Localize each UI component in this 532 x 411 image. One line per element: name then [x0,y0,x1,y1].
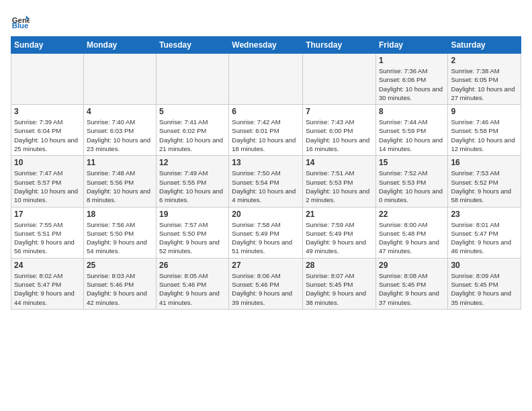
calendar-cell [229,54,303,105]
day-number: 22 [379,210,445,219]
day-number: 7 [306,107,373,116]
day-info: Sunrise: 8:01 AM Sunset: 5:47 PM Dayligh… [451,220,518,256]
day-number: 28 [306,261,373,270]
day-info: Sunrise: 8:07 AM Sunset: 5:45 PM Dayligh… [306,271,373,307]
calendar-cell: 4Sunrise: 7:40 AM Sunset: 6:03 PM Daylig… [83,105,156,156]
day-info: Sunrise: 7:57 AM Sunset: 5:50 PM Dayligh… [159,220,226,256]
calendar-cell: 10Sunrise: 7:47 AM Sunset: 5:57 PM Dayli… [11,156,84,207]
header-wednesday: Wednesday [229,37,303,54]
day-number: 1 [379,56,445,65]
calendar-cell: 17Sunrise: 7:55 AM Sunset: 5:51 PM Dayli… [11,207,84,258]
header-friday: Friday [375,37,447,54]
calendar-cell: 30Sunrise: 8:09 AM Sunset: 5:45 PM Dayli… [448,258,521,309]
day-number: 21 [306,210,373,219]
calendar-week-5: 24Sunrise: 8:02 AM Sunset: 5:47 PM Dayli… [11,258,521,309]
day-number: 4 [87,107,153,116]
calendar-cell: 18Sunrise: 7:56 AM Sunset: 5:50 PM Dayli… [83,207,156,258]
day-info: Sunrise: 8:02 AM Sunset: 5:47 PM Dayligh… [14,271,81,307]
calendar-table: Sunday Monday Tuesday Wednesday Thursday… [11,36,521,310]
calendar-cell: 22Sunrise: 8:00 AM Sunset: 5:48 PM Dayli… [375,207,447,258]
calendar-week-2: 3Sunrise: 7:39 AM Sunset: 6:04 PM Daylig… [11,105,521,156]
day-number: 24 [14,261,81,270]
day-number: 14 [306,158,373,167]
day-number: 20 [232,210,300,219]
calendar-cell: 19Sunrise: 7:57 AM Sunset: 5:50 PM Dayli… [157,207,229,258]
day-number: 30 [451,261,518,270]
svg-text:Blue: Blue [12,21,29,30]
day-info: Sunrise: 7:59 AM Sunset: 5:49 PM Dayligh… [306,220,373,256]
day-number: 11 [87,158,153,167]
calendar-cell: 6Sunrise: 7:42 AM Sunset: 6:01 PM Daylig… [229,105,303,156]
calendar-cell: 16Sunrise: 7:53 AM Sunset: 5:52 PM Dayli… [448,156,521,207]
day-number: 6 [232,107,300,116]
day-info: Sunrise: 8:03 AM Sunset: 5:46 PM Dayligh… [87,271,153,307]
calendar-cell: 28Sunrise: 8:07 AM Sunset: 5:45 PM Dayli… [303,258,376,309]
day-number: 10 [14,158,81,167]
day-number: 18 [87,210,153,219]
day-info: Sunrise: 7:36 AM Sunset: 6:06 PM Dayligh… [379,66,445,102]
day-info: Sunrise: 7:41 AM Sunset: 6:02 PM Dayligh… [159,118,226,153]
day-info: Sunrise: 7:46 AM Sunset: 5:58 PM Dayligh… [451,118,518,153]
day-info: Sunrise: 7:40 AM Sunset: 6:03 PM Dayligh… [87,118,153,153]
day-info: Sunrise: 7:52 AM Sunset: 5:53 PM Dayligh… [379,169,445,204]
day-info: Sunrise: 7:56 AM Sunset: 5:50 PM Dayligh… [87,220,153,256]
calendar-cell: 29Sunrise: 8:08 AM Sunset: 5:45 PM Dayli… [375,258,447,309]
day-info: Sunrise: 8:08 AM Sunset: 5:45 PM Dayligh… [379,271,445,307]
calendar-cell: 15Sunrise: 7:52 AM Sunset: 5:53 PM Dayli… [375,156,447,207]
day-number: 13 [232,158,300,167]
header-saturday: Saturday [448,37,521,54]
day-info: Sunrise: 7:49 AM Sunset: 5:55 PM Dayligh… [159,169,226,204]
day-info: Sunrise: 8:00 AM Sunset: 5:48 PM Dayligh… [379,220,445,256]
logo-icon: General Blue [11,11,30,30]
calendar-cell: 26Sunrise: 8:05 AM Sunset: 5:46 PM Dayli… [157,258,229,309]
day-number: 9 [451,107,518,116]
calendar-cell: 20Sunrise: 7:58 AM Sunset: 5:49 PM Dayli… [229,207,303,258]
day-number: 25 [87,261,153,270]
calendar-cell: 27Sunrise: 8:06 AM Sunset: 5:46 PM Dayli… [229,258,303,309]
calendar-header-row: Sunday Monday Tuesday Wednesday Thursday… [11,37,521,54]
day-info: Sunrise: 7:42 AM Sunset: 6:01 PM Dayligh… [232,118,300,153]
header-sunday: Sunday [11,37,84,54]
day-info: Sunrise: 7:58 AM Sunset: 5:49 PM Dayligh… [232,220,300,256]
day-number: 17 [14,210,81,219]
day-info: Sunrise: 7:47 AM Sunset: 5:57 PM Dayligh… [14,169,81,204]
day-info: Sunrise: 8:06 AM Sunset: 5:46 PM Dayligh… [232,271,300,307]
calendar-cell: 8Sunrise: 7:44 AM Sunset: 5:59 PM Daylig… [375,105,447,156]
calendar-cell: 7Sunrise: 7:43 AM Sunset: 6:00 PM Daylig… [303,105,376,156]
calendar-week-1: 1Sunrise: 7:36 AM Sunset: 6:06 PM Daylig… [11,54,521,105]
day-number: 8 [379,107,445,116]
page-header: General Blue [11,11,521,30]
calendar-cell: 24Sunrise: 8:02 AM Sunset: 5:47 PM Dayli… [11,258,84,309]
calendar-cell: 12Sunrise: 7:49 AM Sunset: 5:55 PM Dayli… [157,156,229,207]
day-number: 23 [451,210,518,219]
day-info: Sunrise: 7:38 AM Sunset: 6:05 PM Dayligh… [451,66,518,102]
day-number: 15 [379,158,445,167]
calendar-cell: 11Sunrise: 7:48 AM Sunset: 5:56 PM Dayli… [83,156,156,207]
calendar-cell [11,54,84,105]
calendar-week-4: 17Sunrise: 7:55 AM Sunset: 5:51 PM Dayli… [11,207,521,258]
calendar-cell: 2Sunrise: 7:38 AM Sunset: 6:05 PM Daylig… [448,54,521,105]
calendar-cell: 21Sunrise: 7:59 AM Sunset: 5:49 PM Dayli… [303,207,376,258]
day-number: 26 [159,261,226,270]
day-number: 2 [451,56,518,65]
calendar-cell: 5Sunrise: 7:41 AM Sunset: 6:02 PM Daylig… [157,105,229,156]
calendar-cell: 14Sunrise: 7:51 AM Sunset: 5:53 PM Dayli… [303,156,376,207]
day-number: 29 [379,261,445,270]
calendar-cell: 23Sunrise: 8:01 AM Sunset: 5:47 PM Dayli… [448,207,521,258]
day-info: Sunrise: 8:09 AM Sunset: 5:45 PM Dayligh… [451,271,518,307]
day-info: Sunrise: 7:43 AM Sunset: 6:00 PM Dayligh… [306,118,373,153]
day-info: Sunrise: 7:50 AM Sunset: 5:54 PM Dayligh… [232,169,300,204]
day-number: 19 [159,210,226,219]
day-number: 5 [159,107,226,116]
calendar-cell: 1Sunrise: 7:36 AM Sunset: 6:06 PM Daylig… [375,54,447,105]
calendar-cell [83,54,156,105]
day-number: 12 [159,158,226,167]
day-info: Sunrise: 7:51 AM Sunset: 5:53 PM Dayligh… [306,169,373,204]
calendar-week-3: 10Sunrise: 7:47 AM Sunset: 5:57 PM Dayli… [11,156,521,207]
calendar-cell [157,54,229,105]
header-tuesday: Tuesday [157,37,229,54]
day-info: Sunrise: 7:44 AM Sunset: 5:59 PM Dayligh… [379,118,445,153]
day-number: 27 [232,261,300,270]
day-info: Sunrise: 8:05 AM Sunset: 5:46 PM Dayligh… [159,271,226,307]
header-monday: Monday [83,37,156,54]
